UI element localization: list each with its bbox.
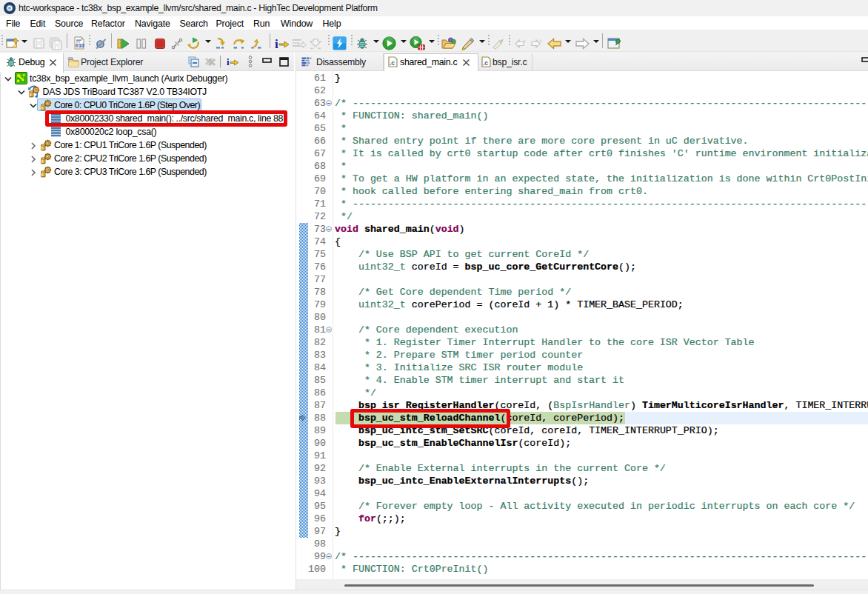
svg-text:010: 010 (76, 43, 84, 48)
svg-text:.c: .c (483, 59, 488, 67)
svg-text:.c: .c (390, 59, 395, 67)
svg-text:i: i (275, 37, 278, 51)
